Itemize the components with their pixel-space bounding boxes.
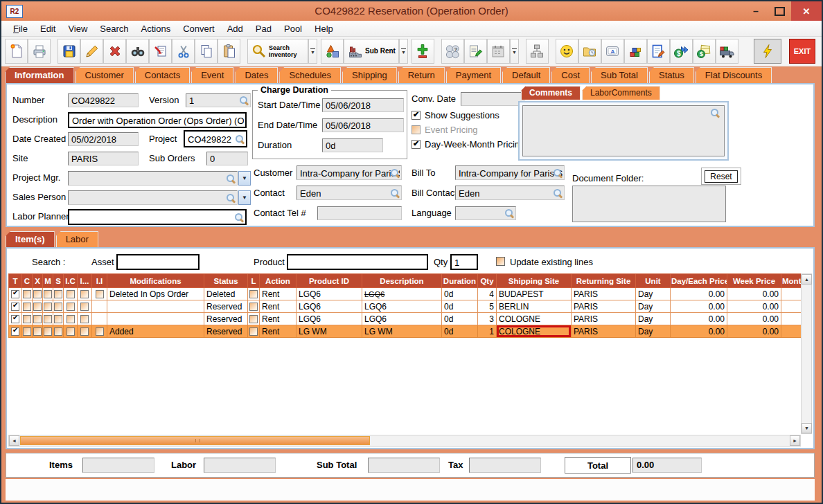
sub-orders-field[interactable]: 0	[206, 152, 248, 165]
unchecked-checkbox[interactable]	[23, 327, 31, 336]
lookup-icon[interactable]	[710, 108, 720, 118]
tab-comments[interactable]: Comments	[521, 86, 581, 100]
cell-shipping-site[interactable]: COLOGNE	[497, 313, 572, 325]
tab-labor[interactable]: Labor	[56, 231, 98, 247]
unchecked-checkbox[interactable]	[80, 315, 89, 323]
tab-dates[interactable]: Dates	[235, 67, 278, 83]
tab-default[interactable]: Default	[502, 67, 550, 83]
checkbox-day-week-month-pricing[interactable]	[412, 140, 421, 149]
lookup-icon[interactable]	[239, 96, 249, 105]
labor-planner-field[interactable]	[68, 209, 247, 225]
cut-button[interactable]	[172, 39, 195, 64]
checkbox-cell[interactable]	[78, 313, 92, 325]
calendar-dropdown[interactable]: ▼	[510, 39, 519, 64]
cubes-button[interactable]	[624, 39, 647, 64]
copy-button[interactable]	[195, 39, 218, 64]
column-header-month-price[interactable]: Month Price	[781, 274, 802, 288]
cell-shipping-site[interactable]: COLOGNE	[497, 325, 572, 338]
lookup-icon[interactable]	[553, 188, 563, 198]
checkbox-cell[interactable]	[78, 288, 92, 300]
send-document-button[interactable]	[149, 39, 172, 64]
paste-button[interactable]	[218, 39, 240, 64]
cell-week-price[interactable]: 0.00	[727, 325, 781, 338]
unchecked-checkbox[interactable]	[67, 303, 75, 311]
cell-month-price[interactable]	[781, 300, 802, 313]
menu-item-convert[interactable]: Convert	[177, 22, 221, 35]
column-header-i[interactable]: I...	[78, 274, 92, 288]
checkbox-cell[interactable]	[22, 313, 33, 325]
qty-input[interactable]: 1	[450, 254, 478, 270]
unchecked-checkbox[interactable]	[67, 327, 75, 336]
cell-returning-site[interactable]: PARIS	[572, 325, 636, 338]
cell-returning-site[interactable]: PARIS	[572, 288, 636, 300]
unchecked-checkbox[interactable]	[249, 303, 258, 311]
menu-item-file[interactable]: File	[7, 22, 34, 35]
menu-item-pool[interactable]: Pool	[278, 22, 308, 35]
cell-modifications[interactable]: Deleted In Ops Order	[107, 288, 204, 300]
cell-duration[interactable]: 0d	[442, 288, 478, 300]
column-header-week-price[interactable]: Week Price	[727, 274, 781, 288]
lookup-icon[interactable]	[390, 188, 400, 198]
column-header-day-each-price[interactable]: Day/Each Price	[671, 274, 727, 288]
search-inventory-dropdown[interactable]: ▼	[308, 39, 317, 64]
cell-status[interactable]: Reserved	[204, 313, 248, 325]
lookup-icon[interactable]	[234, 213, 244, 222]
cell-week-price[interactable]: 0.00	[727, 288, 781, 300]
column-header-x[interactable]: X	[33, 274, 43, 288]
bill-to-field[interactable]: Intra-Company for Paris Site	[455, 165, 565, 180]
column-header-product-id[interactable]: Product ID	[297, 274, 362, 288]
cell-duration[interactable]: 0d	[442, 325, 478, 338]
unchecked-checkbox[interactable]	[96, 327, 104, 336]
customer-field[interactable]: Intra-Company for Paris Site	[297, 165, 402, 180]
unchecked-checkbox[interactable]	[249, 315, 258, 323]
search-inventory-button[interactable]: Search Inventory	[247, 39, 308, 64]
shipping-truck-button[interactable]	[716, 39, 738, 64]
exit-button[interactable]: EXIT	[789, 39, 815, 64]
contact-field[interactable]: Eden	[297, 186, 402, 200]
column-header-l[interactable]: L	[248, 274, 260, 288]
tab-customer[interactable]: Customer	[76, 67, 134, 83]
group-availability-button[interactable]: ?	[441, 39, 464, 64]
tab-payment[interactable]: Payment	[446, 67, 501, 83]
cell-status[interactable]: Reserved	[204, 300, 248, 313]
table-row[interactable]: ReservedRentLGQ6LGQ60d3COLOGNEPARISDay0.…	[9, 313, 802, 325]
checkbox-cell[interactable]	[33, 325, 43, 338]
smiley-button[interactable]	[556, 39, 578, 64]
column-header-qty[interactable]: Qty	[478, 274, 497, 288]
notes-button[interactable]	[464, 39, 487, 64]
unchecked-checkbox[interactable]	[54, 303, 62, 311]
site-field[interactable]: PARIS	[68, 152, 139, 165]
cell-modifications[interactable]	[107, 300, 204, 313]
unchecked-checkbox[interactable]	[23, 303, 31, 311]
checkbox-cell[interactable]	[248, 288, 260, 300]
lookup-icon[interactable]	[390, 168, 400, 178]
reset-button[interactable]: Reset	[705, 170, 737, 183]
unchecked-checkbox[interactable]	[33, 327, 42, 336]
checkbox-cell[interactable]	[33, 313, 43, 325]
maximize-button[interactable]	[768, 1, 791, 21]
checkbox-cell[interactable]	[64, 313, 78, 325]
vertical-scrollbar[interactable]: ▲ ▼	[801, 273, 812, 434]
cell-product-id[interactable]: LGQ6	[297, 288, 362, 300]
cell-shipping-site[interactable]: BERLIN	[497, 300, 572, 313]
menu-item-help[interactable]: Help	[308, 22, 339, 35]
unchecked-checkbox[interactable]	[67, 290, 75, 298]
project-field[interactable]: CO429822	[184, 130, 247, 147]
end-date-field[interactable]: 05/06/2018	[322, 118, 404, 132]
edit-document-button[interactable]	[647, 39, 670, 64]
cell-qty[interactable]: 1	[478, 325, 497, 338]
comments-textarea[interactable]	[522, 105, 725, 156]
org-chart-button[interactable]	[526, 39, 549, 64]
cell-day-each-price[interactable]: 0.00	[671, 288, 727, 300]
start-date-field[interactable]: 05/06/2018	[322, 98, 404, 112]
invoice-forward-button[interactable]: $	[670, 39, 693, 64]
tab-schedules[interactable]: Schedules	[279, 67, 341, 83]
cell-description[interactable]: LGQ6	[362, 300, 442, 313]
unchecked-checkbox[interactable]	[23, 315, 31, 323]
language-field[interactable]	[455, 206, 516, 220]
add-line-button[interactable]	[412, 39, 434, 64]
close-button[interactable]: ✕	[791, 1, 822, 21]
sub-rent-dropdown[interactable]: ▼	[399, 39, 408, 64]
menu-item-pad[interactable]: Pad	[249, 22, 278, 35]
cell-status[interactable]: Deleted	[204, 288, 248, 300]
